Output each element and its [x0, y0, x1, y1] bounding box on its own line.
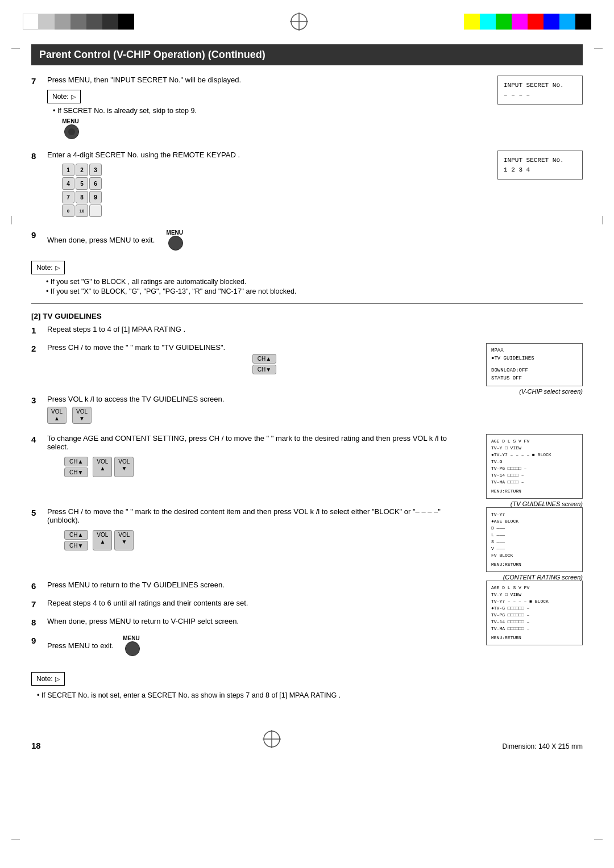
key-3: 3 — [89, 164, 102, 176]
note2-arrow: ▷ — [55, 264, 60, 272]
tvguidelines-caption: (TV GUIDELINES screen) — [511, 500, 583, 507]
tv-step2-content: Press CH / to move the " " mark to "TV G… — [47, 343, 467, 374]
step8-screen-line1: INPUT SECRET No. — [504, 156, 576, 165]
step8-text: Enter a 4-digit SECRET No. using the REM… — [47, 151, 240, 159]
step7-left: 7 Press MENU, then "INPUT SECRET No." wi… — [31, 76, 467, 151]
tv-step3-text: Press VOL k /l to access the TV GUIDELIN… — [47, 395, 224, 403]
tv-steps-6-9-right: AGE D L S V FV TV-Y □ VIEW TV-Y7 – – – –… — [475, 581, 583, 645]
separator — [31, 303, 583, 304]
step7-menu-button[interactable] — [64, 124, 79, 139]
ch-dn-btn[interactable]: CH▼ — [252, 365, 276, 374]
step7-content: Press MENU, then "INPUT SECRET No." will… — [47, 76, 467, 143]
ch-up-btn3[interactable]: CH▲ — [64, 530, 88, 540]
color-bar-container — [0, 0, 614, 39]
tv-step2-number: 2 — [31, 343, 44, 353]
cb-lblue — [559, 14, 575, 30]
tv-step2-right: MPAA ●TV GUIDELINES DOWNLOAD:OFF STATUS … — [475, 343, 583, 395]
tv-step3-content: Press VOL k /l to access the TV GUIDELIN… — [47, 395, 583, 426]
note2-item1: If you set "G" to BLOCK , all ratings ar… — [46, 278, 583, 286]
tv-steps-6-9-row: 6 Press MENU to return to the TV GUIDELI… — [31, 581, 583, 664]
dimension-text: Dimension: 140 X 215 mm — [503, 742, 583, 750]
cb-black — [118, 14, 134, 30]
right-side-mark — [602, 216, 603, 224]
tv-step6-number: 6 — [31, 581, 44, 591]
note3-box: Note: ▷ — [31, 672, 65, 686]
tv-step5-left: 5 Press CH / to move the " " mark to the… — [31, 507, 467, 558]
note2-box: Note: ▷ — [31, 261, 65, 274]
tv-step3-vol-row: VOL▲ VOL▼ — [47, 407, 583, 424]
key-2: 2 — [76, 164, 88, 176]
key-1: 1 — [62, 164, 74, 176]
content-rating-screen: TV-Y7 ●AGE BLOCK D ——— L ——— S ——— V ———… — [486, 507, 583, 572]
vol-dn-btn[interactable]: VOL▼ — [72, 407, 92, 424]
color-bar-right — [464, 14, 591, 30]
cb-magenta — [512, 14, 528, 30]
tv-step6: 6 Press MENU to return to the TV GUIDELI… — [31, 581, 467, 591]
vol-dn-btn3[interactable]: VOL▼ — [114, 530, 134, 550]
cb-green — [496, 14, 512, 30]
vol-up-btn[interactable]: VOL▲ — [47, 407, 67, 424]
cb-dgray2 — [86, 14, 102, 30]
keypad: 1 2 3 4 5 6 7 8 9 0 10 — [62, 164, 467, 217]
tv-step5-content: Press CH / to move the " " mark to the d… — [47, 507, 467, 550]
vol-dn-btn2[interactable]: VOL▼ — [114, 457, 134, 477]
tv-step4-right: AGE D L S V FV TV-Y □ VIEW ●TV-Y7 – – – … — [475, 434, 583, 507]
tv-step9: 9 Press MENU to exit. MENU — [31, 635, 467, 656]
vol-up-btn2[interactable]: VOL▲ — [93, 457, 112, 477]
crosshair-bottom — [260, 728, 283, 750]
svg-point-3 — [68, 128, 75, 135]
tv-step2-ch-buttons: CH▲ CH▼ — [62, 354, 467, 374]
key-7: 7 — [62, 191, 74, 203]
step7-right: INPUT SECRET No. – – – – — [475, 76, 583, 108]
step7-note-arrow: ▷ — [71, 93, 76, 101]
cb-mgray — [55, 14, 70, 30]
step7-screen-line1: INPUT SECRET No. — [504, 81, 576, 90]
step9-menu-button[interactable] — [168, 236, 183, 251]
ch-dn-btn2[interactable]: CH▼ — [64, 468, 88, 477]
cb-yellow — [464, 14, 480, 30]
tv-step4-vol-buttons: VOL▲ VOL▼ — [93, 457, 134, 477]
tv-step7: 7 Repeat steps 4 to 6 until all ratings … — [31, 599, 467, 609]
bottom-right-mark — [594, 839, 603, 840]
step9-menu-label: MENU — [167, 229, 183, 236]
left-side-mark — [11, 216, 12, 224]
key-0: 0 — [62, 205, 74, 217]
step7-text: Press MENU, then "INPUT SECRET No." will… — [47, 76, 241, 84]
section2-header: [2] TV GUIDELINES — [31, 312, 583, 320]
ch-up-btn[interactable]: CH▲ — [252, 354, 276, 364]
cb-cyan — [480, 14, 496, 30]
note2-item2: If you set "X" to BLOCK, "G", "PG", "PG-… — [46, 287, 583, 295]
tv-step4-ch-buttons: CH▲ CH▼ — [64, 457, 88, 477]
step8-left: 8 Enter a 4-digit SECRET No. using the R… — [31, 151, 467, 229]
key-9: 9 — [89, 191, 102, 203]
note2: Note: ▷ If you set "G" to BLOCK , all ra… — [31, 258, 583, 295]
tv-step2: 2 Press CH / to move the " " mark to "TV… — [31, 343, 467, 374]
tv-step8: 8 When done, press MENU to return to V-C… — [31, 617, 467, 627]
main-content: Parent Control (V-CHIP Operation) (Conti… — [0, 44, 614, 722]
key-6: 6 — [89, 177, 102, 190]
tv-step6-text: Press MENU to return to the TV GUIDELINE… — [47, 581, 225, 589]
page-footer: 18 Dimension: 140 X 215 mm — [0, 722, 614, 761]
vol-up-btn3[interactable]: VOL▲ — [93, 530, 112, 550]
tv-step4-controls: CH▲ CH▼ VOL▲ VOL▼ — [49, 454, 467, 477]
tv-step9-menu-label: MENU — [123, 635, 139, 641]
step8-content: Enter a 4-digit SECRET No. using the REM… — [47, 151, 467, 222]
note3-arrow: ▷ — [55, 675, 60, 683]
tv-step5: 5 Press CH / to move the " " mark to the… — [31, 507, 467, 550]
tv-step9-menu-button[interactable] — [125, 641, 140, 656]
tv-step3: 3 Press VOL k /l to access the TV GUIDEL… — [31, 395, 583, 426]
ch-dn-btn3[interactable]: CH▼ — [64, 541, 88, 550]
page-title: Parent Control (V-CHIP Operation) (Conti… — [31, 44, 583, 65]
tv-step3-number: 3 — [31, 395, 44, 405]
crosshair-left — [288, 10, 310, 33]
ch-up-btn2[interactable]: CH▲ — [64, 457, 88, 466]
tv-step5-row: 5 Press CH / to move the " " mark to the… — [31, 507, 583, 581]
tv-step4-content: To change AGE and CONTENT SETTING, press… — [47, 434, 467, 477]
vchip-select-screen: MPAA ●TV GUIDELINES DOWNLOAD:OFF STATUS … — [486, 343, 583, 386]
tv-step1-text: Repeat steps 1 to 4 of [1] MPAA RATING . — [47, 325, 185, 333]
tv-step7-text: Repeat steps 4 to 6 until all ratings an… — [47, 599, 248, 607]
step7-note-text: • If SECRET No. is already set, skip to … — [53, 107, 467, 115]
tv-step4-number: 4 — [31, 434, 44, 444]
top-left-mark — [11, 48, 20, 49]
note2-label: Note: — [36, 264, 53, 272]
